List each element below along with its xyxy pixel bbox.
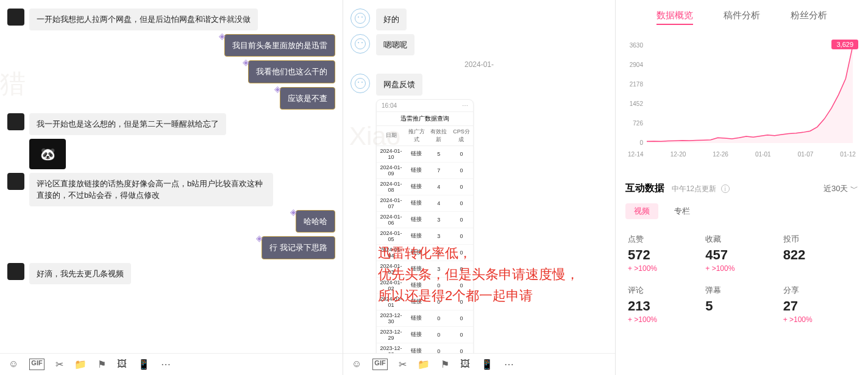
metric-card[interactable]: 点赞572+ >100% [625,228,703,279]
message-row: 嗯嗯呢 [350,34,608,56]
sub-tab-column[interactable]: 专栏 [666,203,699,219]
table-row: 2024-01-06链接30 [377,211,473,228]
diamond-icon: ◈ [243,56,251,65]
diamond-icon: ◈ [219,30,227,38]
metric-value: 822 [783,247,856,263]
message-bubble: 好的 [376,9,407,30]
dashboard-tabs: 数据概览 稿件分析 粉丝分析 [625,0,858,27]
x-axis-labels: 12-1412-2012-2601-0101-0701-12 [625,151,858,158]
metric-card[interactable]: 收藏457+ >100% [703,228,780,279]
metric-label: 投币 [783,234,856,245]
card-title: 迅雷推广数据查询 [377,112,473,126]
line-chart-svg: 36302904217814527260 [625,40,858,149]
image-icon[interactable]: 🖼 [460,359,470,370]
sub-tabs: 视频 专栏 [625,203,858,219]
svg-text:3630: 3630 [630,42,644,49]
data-card[interactable]: 16:04 ⋯ 迅雷推广数据查询 日期推广方式有效拉新CPS分成 2024-01… [376,99,474,354]
chat-toolbar: ☺ GIF ✂ 📁 ⚑ 🖼 📱 ⋯ [343,353,615,375]
metric-label: 弹幕 [705,285,778,296]
table-row: 2024-01-05链接30 [377,228,473,244]
more-icon[interactable]: ⋯ [161,359,171,370]
emoji-icon[interactable]: ☺ [352,359,361,370]
message-row: 好的 [350,9,608,30]
avatar [7,113,24,130]
update-time: 中午12点更新 [672,184,716,193]
interaction-title: 互动数据 [625,183,664,193]
metric-delta: + >100% [628,264,700,273]
gif-icon[interactable]: GIF [29,359,44,370]
folder-icon[interactable]: 📁 [74,359,87,370]
metric-card[interactable]: 评论213+ >100% [625,279,703,330]
folder-icon[interactable]: 📁 [418,359,430,370]
table-row: 2023-12-30链接00 [377,310,473,326]
sub-tab-video[interactable]: 视频 [625,203,658,219]
diamond-icon: ◈ [290,206,299,214]
table-row: 2024-01-03链接30 [377,261,473,277]
metric-label: 点赞 [628,234,700,245]
trend-chart: 3,629 36302904217814527260 12-1412-2012-… [625,40,858,167]
table-row: 2024-01-01链接00 [377,293,473,310]
message-row: 我看他们也这么干的◈ [7,60,335,83]
table-row: 2024-01-07链接40 [377,195,473,211]
chevron-down-icon: ﹀ [850,184,858,193]
avatar-icon [350,74,370,93]
svg-text:2904: 2904 [630,61,644,68]
cut-icon[interactable]: ✂ [399,359,407,370]
gif-icon[interactable]: GIF [372,359,387,370]
metric-value: 27 [783,298,856,314]
tab-fans[interactable]: 粉丝分析 [791,10,827,21]
emoji-icon[interactable]: ☺ [9,359,18,370]
avatar-icon [350,34,370,54]
sticker-image: 🐼 [29,139,66,169]
flag-icon[interactable]: ⚑ [98,359,106,370]
metric-value: 5 [705,298,778,314]
metric-value: 457 [705,247,778,263]
message-row: 评论区直接放链接的话热度好像会高一点，b站用户比较喜欢这种直接的，不过b站会吞，… [7,173,335,206]
metric-card[interactable]: 弹幕5 [703,279,780,330]
diamond-icon: ◈ [256,232,265,240]
table-row: 2024-01-04链接10 [377,244,473,261]
avatar [7,263,24,280]
message-bubble: 网盘反馈 [376,74,422,96]
message-row: 网盘反馈 [350,74,608,96]
table-row: 2024-01-08链接40 [377,178,473,195]
table-row: 2024-01-09链接70 [377,162,473,178]
image-icon[interactable]: 🖼 [117,359,127,370]
metric-delta: + >100% [628,315,700,324]
date-filter[interactable]: 近30天 ﹀ [824,183,858,194]
metric-card[interactable]: 投币822 [781,228,858,279]
message-row: 我一开始也是这么想的，但是第二天一睡醒就给忘了🐼 [7,113,335,169]
cut-icon[interactable]: ✂ [55,359,63,370]
message-row: 一开始我想把人拉两个网盘，但是后边怕网盘和谐文件就没做 [7,9,335,30]
table-row: 2024-01-02链接00 [377,277,473,293]
flag-icon[interactable]: ⚑ [441,359,449,370]
table-row: 2023-12-28链接00 [377,343,473,353]
phone-icon[interactable]: 📱 [138,359,150,370]
phone-icon[interactable]: 📱 [481,359,493,370]
card-time: 16:04 [382,102,397,109]
svg-text:726: 726 [633,120,643,127]
message-bubble: 应该是不查◈ [280,87,335,110]
message-bubble: 好滴，我先去更几条视频 [29,263,131,285]
tab-overview[interactable]: 数据概览 [656,10,693,21]
peak-value-tag: 3,629 [831,40,858,49]
message-row: 我目前头条里面放的是迅雷◈ [7,34,335,57]
avatar [7,173,24,190]
more-icon[interactable]: ⋯ [504,359,514,370]
avatar-icon [350,9,370,28]
metric-value: 572 [628,247,700,263]
metric-card[interactable]: 分享27+ >100% [781,279,858,330]
chat-toolbar: ☺ GIF ✂ 📁 ⚑ 🖼 📱 ⋯ [0,353,343,375]
table-row: 2024-01-10链接50 [377,145,473,162]
metrics-grid: 点赞572+ >100%收藏457+ >100%投币822评论213+ >100… [625,228,858,330]
message-bubble: 我看他们也这么干的◈ [248,60,335,83]
message-bubble: 一开始我想把人拉两个网盘，但是后边怕网盘和谐文件就没做 [29,9,258,30]
tab-content[interactable]: 稿件分析 [724,10,760,21]
metric-delta: + >100% [783,315,856,324]
svg-marker-6 [647,46,853,143]
svg-text:2178: 2178 [630,81,644,88]
avatar [7,9,24,26]
message-bubble: 嗯嗯呢 [376,34,414,56]
info-icon[interactable]: i [721,184,730,193]
message-bubble: 行 我记录下思路◈ [261,236,335,259]
